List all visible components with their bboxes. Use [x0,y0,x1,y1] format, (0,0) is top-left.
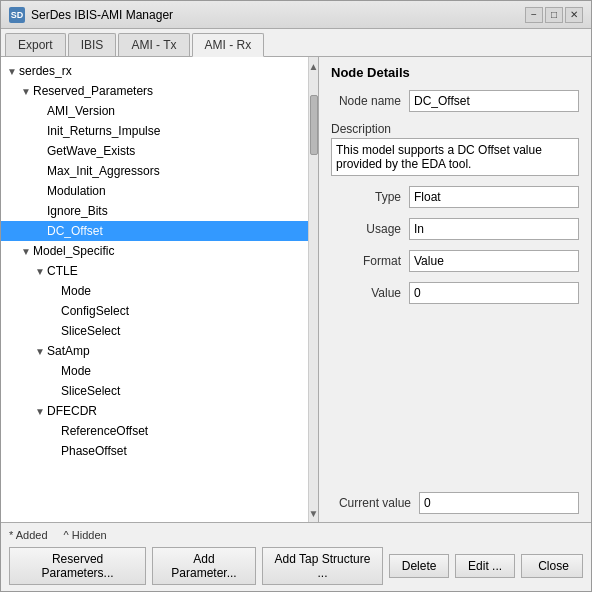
tree-toggle-icon[interactable]: ▼ [5,66,19,77]
tree-item-label: GetWave_Exists [47,144,304,158]
description-textarea[interactable]: This model supports a DC Offset value pr… [331,138,579,176]
tab-ibis[interactable]: IBIS [68,33,117,56]
tree-toggle-icon[interactable]: ▼ [19,86,33,97]
tree-item[interactable]: PhaseOffset [1,441,308,461]
tree-area[interactable]: ▼serdes_rx▼Reserved_ParametersAMI_Versio… [1,57,308,522]
tree-item[interactable]: SliceSelect [1,381,308,401]
value-label: Value [331,286,401,300]
tree-item[interactable]: SliceSelect [1,321,308,341]
tree-item[interactable]: ▼DFECDR [1,401,308,421]
main-window: SD SerDes IBIS-AMI Manager − □ ✕ Export … [0,0,592,592]
format-row: Format [331,250,579,272]
tree-item[interactable]: ReferenceOffset [1,421,308,441]
tree-item-label: ConfigSelect [61,304,304,318]
tree-toggle-icon[interactable]: ▼ [33,406,47,417]
node-details-title: Node Details [331,65,579,80]
legend-added: * Added [9,529,48,541]
tree-item[interactable]: Init_Returns_Impulse [1,121,308,141]
add-parameter-button[interactable]: Add Parameter... [152,547,256,585]
main-content: ▼serdes_rx▼Reserved_ParametersAMI_Versio… [1,57,591,522]
legend-hidden: ^ Hidden [64,529,107,541]
tree-item[interactable]: Max_Init_Aggressors [1,161,308,181]
usage-row: Usage [331,218,579,240]
vertical-scrollbar[interactable]: ▲ ▼ [308,57,318,522]
value-row: Value [331,282,579,304]
edit-button[interactable]: Edit ... [455,554,515,578]
tree-item-label: Reserved_Parameters [33,84,304,98]
tree-item-label: SliceSelect [61,384,304,398]
tree-item-label: AMI_Version [47,104,304,118]
tree-item-label: ReferenceOffset [61,424,304,438]
tab-ami-tx[interactable]: AMI - Tx [118,33,189,56]
tree-item-label: Model_Specific [33,244,304,258]
tree-item-label: Mode [61,284,304,298]
current-value-row: Current value [331,492,579,514]
reserved-parameters-button[interactable]: Reserved Parameters... [9,547,146,585]
node-name-input[interactable] [409,90,579,112]
type-row: Type [331,186,579,208]
usage-label: Usage [331,222,401,236]
node-name-label: Node name [331,94,401,108]
maximize-button[interactable]: □ [545,7,563,23]
tree-item[interactable]: ▼Reserved_Parameters [1,81,308,101]
app-icon: SD [9,7,25,23]
tree-item[interactable]: DC_Offset [1,221,308,241]
add-tap-structure-button[interactable]: Add Tap Structure ... [262,547,383,585]
tab-export[interactable]: Export [5,33,66,56]
tree-item[interactable]: Mode [1,361,308,381]
scrollbar-thumb[interactable] [310,95,318,155]
value-input[interactable] [409,282,579,304]
tree-item[interactable]: ConfigSelect [1,301,308,321]
tree-item-label: CTLE [47,264,304,278]
tree-item-label: PhaseOffset [61,444,304,458]
tree-item[interactable]: Modulation [1,181,308,201]
tree-item-label: serdes_rx [19,64,304,78]
tree-item-label: Ignore_Bits [47,204,304,218]
description-label: Description [331,122,579,136]
tree-item[interactable]: Ignore_Bits [1,201,308,221]
tree-item[interactable]: AMI_Version [1,101,308,121]
title-bar-controls: − □ ✕ [525,7,583,23]
title-bar: SD SerDes IBIS-AMI Manager − □ ✕ [1,1,591,29]
tree-toggle-icon[interactable]: ▼ [33,266,47,277]
type-input[interactable] [409,186,579,208]
tree-item[interactable]: ▼Model_Specific [1,241,308,261]
current-value-label: Current value [331,496,411,510]
tree-item[interactable]: ▼SatAmp [1,341,308,361]
tree-item-label: Mode [61,364,304,378]
tree-item-label: SliceSelect [61,324,304,338]
tree-item-label: Max_Init_Aggressors [47,164,304,178]
tree-item-label: Init_Returns_Impulse [47,124,304,138]
tree-toggle-icon[interactable]: ▼ [33,346,47,357]
description-section: Description This model supports a DC Off… [331,122,579,176]
current-value-input[interactable] [419,492,579,514]
scrollbar-up-button[interactable]: ▲ [309,57,318,75]
bottom-bar: * Added ^ Hidden Reserved Parameters... … [1,522,591,591]
format-label: Format [331,254,401,268]
tree-item-label: DC_Offset [47,224,304,238]
type-label: Type [331,190,401,204]
scrollbar-down-button[interactable]: ▼ [309,504,318,522]
close-button[interactable]: Close [521,554,583,578]
delete-button[interactable]: Delete [389,554,449,578]
window-close-button[interactable]: ✕ [565,7,583,23]
tab-bar: Export IBIS AMI - Tx AMI - Rx [1,29,591,57]
minimize-button[interactable]: − [525,7,543,23]
tree-item[interactable]: Mode [1,281,308,301]
format-input[interactable] [409,250,579,272]
button-row: Reserved Parameters... Add Parameter... … [9,547,583,585]
tree-item[interactable]: GetWave_Exists [1,141,308,161]
tree-item-label: Modulation [47,184,304,198]
right-panel: Node Details Node name Description This … [319,57,591,522]
tree-item-label: SatAmp [47,344,304,358]
tree-toggle-icon[interactable]: ▼ [19,246,33,257]
tab-ami-rx[interactable]: AMI - Rx [192,33,265,57]
tree-item-label: DFECDR [47,404,304,418]
tree-scroll-area: ▼serdes_rx▼Reserved_ParametersAMI_Versio… [1,57,318,522]
usage-input[interactable] [409,218,579,240]
left-panel: ▼serdes_rx▼Reserved_ParametersAMI_Versio… [1,57,319,522]
tree-item[interactable]: ▼serdes_rx [1,61,308,81]
title-bar-left: SD SerDes IBIS-AMI Manager [9,7,173,23]
tree-item[interactable]: ▼CTLE [1,261,308,281]
legend-row: * Added ^ Hidden [9,529,583,541]
